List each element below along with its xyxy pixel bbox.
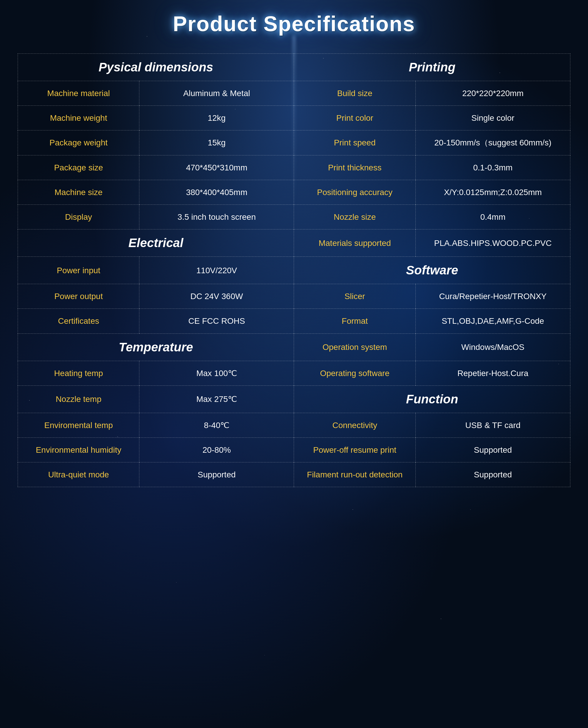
value-operating-software: Repetier-Host.Cura xyxy=(415,361,570,385)
value-format: STL,OBJ,DAE,AMF,G-Code xyxy=(415,309,570,333)
table-row: Enviromental temp 8-40℃ Connectivity USB… xyxy=(18,413,570,438)
value-print-speed: 20-150mm/s（suggest 60mm/s) xyxy=(415,130,570,155)
table-row: Environmental humidity 20-80% Power-off … xyxy=(18,438,570,462)
value-display: 3.5 inch touch screen xyxy=(139,204,294,229)
function-header: Function xyxy=(294,385,570,413)
table-row: Machine material Aluminum & Metal Build … xyxy=(18,81,570,106)
value-ultra-quiet: Supported xyxy=(139,462,294,487)
value-nozzle-temp: Max 275℃ xyxy=(139,385,294,413)
value-positioning-accuracy: X/Y:0.0125mm;Z:0.025mm xyxy=(415,180,570,204)
value-operation-system: Windows/MacOS xyxy=(415,333,570,361)
label-power-input: Power input xyxy=(18,257,139,284)
value-filament-runout: Supported xyxy=(415,462,570,487)
table-row: Machine weight 12kg Print color Single c… xyxy=(18,106,570,130)
value-materials-supported: PLA.ABS.HIPS.WOOD.PC.PVC xyxy=(415,229,570,257)
label-display: Display xyxy=(18,204,139,229)
label-package-weight: Package weight xyxy=(18,130,139,155)
printing-header: Printing xyxy=(294,54,570,81)
table-row: Ultra-quiet mode Supported Filament run-… xyxy=(18,462,570,487)
label-env-humidity: Environmental humidity xyxy=(18,438,139,462)
electrical-materials-row: Electrical Materials supported PLA.ABS.H… xyxy=(18,229,570,257)
temp-opsys-row: Temperature Operation system Windows/Mac… xyxy=(18,333,570,361)
value-package-size: 470*450*310mm xyxy=(139,155,294,180)
label-filament-runout: Filament run-out detection xyxy=(294,462,415,487)
label-materials-supported: Materials supported xyxy=(294,229,415,257)
table-row: Package weight 15kg Print speed 20-150mm… xyxy=(18,130,570,155)
table-row: Certificates CE FCC ROHS Format STL,OBJ,… xyxy=(18,309,570,333)
table-row: Heating temp Max 100℃ Operating software… xyxy=(18,361,570,385)
label-machine-size: Machine size xyxy=(18,180,139,204)
label-heating-temp: Heating temp xyxy=(18,361,139,385)
table-row: Display 3.5 inch touch screen Nozzle siz… xyxy=(18,204,570,229)
label-nozzle-temp: Nozzle temp xyxy=(18,385,139,413)
label-slicer: Slicer xyxy=(294,284,415,309)
software-header: Software xyxy=(294,257,570,284)
label-certificates: Certificates xyxy=(18,309,139,333)
label-connectivity: Connectivity xyxy=(294,413,415,438)
label-operation-system: Operation system xyxy=(294,333,415,361)
power-software-row: Power input 110V/220V Software xyxy=(18,257,570,284)
value-env-humidity: 20-80% xyxy=(139,438,294,462)
value-build-size: 220*220*220mm xyxy=(415,81,570,106)
label-package-size: Package size xyxy=(18,155,139,180)
temperature-header: Temperature xyxy=(18,333,294,361)
table-row: Power output DC 24V 360W Slicer Cura/Rep… xyxy=(18,284,570,309)
physical-dimensions-header: Pysical dimensions xyxy=(18,54,294,81)
label-nozzle-size: Nozzle size xyxy=(294,204,415,229)
label-format: Format xyxy=(294,309,415,333)
value-power-input: 110V/220V xyxy=(139,257,294,284)
label-positioning-accuracy: Positioning accuracy xyxy=(294,180,415,204)
electrical-header: Electrical xyxy=(18,229,294,257)
value-connectivity: USB & TF card xyxy=(415,413,570,438)
label-build-size: Build size xyxy=(294,81,415,106)
label-operating-software: Operating software xyxy=(294,361,415,385)
table-row: Package size 470*450*310mm Print thickne… xyxy=(18,155,570,180)
value-print-thickness: 0.1-0.3mm xyxy=(415,155,570,180)
nozzle-function-row: Nozzle temp Max 275℃ Function xyxy=(18,385,570,413)
label-machine-weight: Machine weight xyxy=(18,106,139,130)
table-row: Machine size 380*400*405mm Positioning a… xyxy=(18,180,570,204)
label-ultra-quiet: Ultra-quiet mode xyxy=(18,462,139,487)
label-print-speed: Print speed xyxy=(294,130,415,155)
label-power-output: Power output xyxy=(18,284,139,309)
value-machine-material: Aluminum & Metal xyxy=(139,81,294,106)
value-env-temp: 8-40℃ xyxy=(139,413,294,438)
value-heating-temp: Max 100℃ xyxy=(139,361,294,385)
value-machine-weight: 12kg xyxy=(139,106,294,130)
label-power-off-resume: Power-off resume print xyxy=(294,438,415,462)
value-print-color: Single color xyxy=(415,106,570,130)
page-title: Product Specifications xyxy=(18,12,570,36)
specs-table: Pysical dimensions Printing Machine mate… xyxy=(18,53,570,487)
label-print-thickness: Print thickness xyxy=(294,155,415,180)
label-print-color: Print color xyxy=(294,106,415,130)
value-nozzle-size: 0.4mm xyxy=(415,204,570,229)
top-headers-row: Pysical dimensions Printing xyxy=(18,54,570,81)
value-machine-size: 380*400*405mm xyxy=(139,180,294,204)
value-package-weight: 15kg xyxy=(139,130,294,155)
value-slicer: Cura/Repetier-Host/TRONXY xyxy=(415,284,570,309)
value-power-output: DC 24V 360W xyxy=(139,284,294,309)
label-env-temp: Enviromental temp xyxy=(18,413,139,438)
value-power-off-resume: Supported xyxy=(415,438,570,462)
value-certificates: CE FCC ROHS xyxy=(139,309,294,333)
label-machine-material: Machine material xyxy=(18,81,139,106)
